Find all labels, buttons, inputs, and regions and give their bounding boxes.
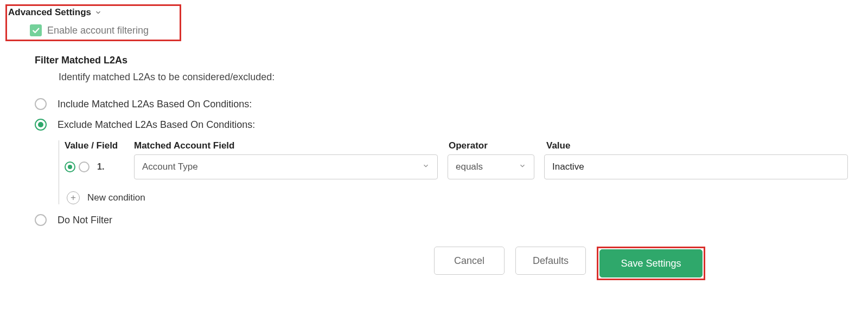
cancel-button[interactable]: Cancel [434,247,505,275]
chevron-down-icon [422,162,430,172]
advanced-settings-highlight: Advanced Settings Enable account filteri… [5,4,181,41]
value-input[interactable]: Inactive [544,154,848,179]
conditions-block: Value / Field Matched Account Field Oper… [59,140,863,204]
filter-subtitle: Identify matched L2As to be considered/e… [35,66,863,94]
col-header-value: Value [546,140,863,151]
enable-account-filtering-label: Enable account filtering [47,25,149,36]
condition-number: 1. [93,162,104,172]
advanced-settings-title: Advanced Settings [8,7,91,18]
value-input-text: Inactive [552,162,584,172]
defaults-button[interactable]: Defaults [515,247,586,275]
chevron-down-icon [519,162,526,172]
plus-icon: + [71,192,76,203]
chevron-down-icon [94,9,102,16]
radio-do-not-filter-label: Do Not Filter [58,215,112,226]
col-header-value-field: Value / Field [65,140,134,151]
save-label: Save Settings [621,258,681,269]
filter-title: Filter Matched L2As [35,55,863,66]
save-settings-button[interactable]: Save Settings [599,249,703,277]
matched-account-field-select[interactable]: Account Type [134,154,438,179]
enable-account-filtering-checkbox[interactable] [30,24,42,36]
radio-exclude-label: Exclude Matched L2As Based On Conditions… [58,119,255,131]
radio-field-mode[interactable] [79,162,90,172]
condition-row: 1. Account Type equals Inactive [65,154,863,179]
col-header-field: Matched Account Field [134,140,449,151]
radio-do-not-filter[interactable] [35,214,47,226]
radio-value-mode[interactable] [65,162,75,172]
col-header-operator: Operator [449,140,546,151]
radio-exclude[interactable] [35,119,47,131]
operator-select[interactable]: equals [448,154,534,179]
advanced-settings-toggle[interactable]: Advanced Settings [8,7,176,18]
operator-value: equals [456,162,483,172]
defaults-label: Defaults [533,255,569,267]
cancel-label: Cancel [454,255,484,267]
add-condition-label: New condition [87,192,145,203]
add-condition-button[interactable]: + [67,191,80,204]
matched-account-field-value: Account Type [142,162,198,172]
check-icon [31,26,40,35]
radio-include[interactable] [35,98,47,110]
save-highlight: Save Settings [597,247,705,280]
radio-include-label: Include Matched L2As Based On Conditions… [58,99,252,110]
